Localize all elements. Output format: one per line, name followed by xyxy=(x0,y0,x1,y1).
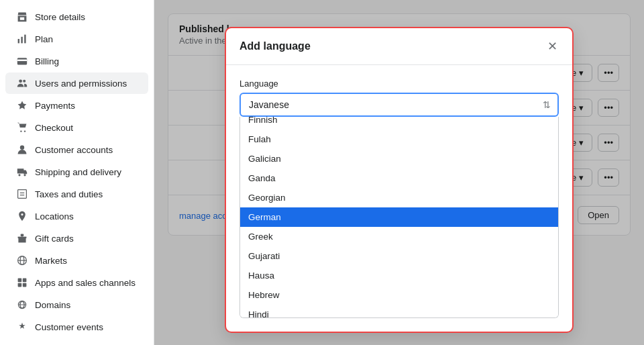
svg-rect-1 xyxy=(21,37,22,44)
svg-rect-20 xyxy=(18,279,22,283)
plan-icon xyxy=(16,33,28,45)
sidebar-item-checkout[interactable]: Checkout xyxy=(5,117,148,138)
taxes-icon xyxy=(16,188,28,200)
svg-rect-23 xyxy=(23,283,27,287)
locations-icon xyxy=(16,210,28,222)
sidebar-label-payments: Payments xyxy=(35,101,75,111)
svg-rect-2 xyxy=(24,35,25,44)
billing-icon xyxy=(16,55,28,67)
checkout-icon xyxy=(16,121,28,134)
svg-point-10 xyxy=(18,174,20,176)
sidebar-label-locations: Locations xyxy=(35,211,74,221)
svg-point-8 xyxy=(24,130,25,132)
dropdown-item[interactable]: Hindi xyxy=(240,305,558,318)
sidebar-label-checkout: Checkout xyxy=(35,123,73,133)
dropdown-item[interactable]: German xyxy=(240,207,558,227)
svg-rect-4 xyxy=(17,60,27,61)
sidebar-item-customer-accounts[interactable]: Customer accounts xyxy=(5,139,148,160)
sidebar-label-gift-cards: Gift cards xyxy=(35,234,74,244)
dropdown-item[interactable]: Ganda xyxy=(240,168,558,188)
modal-title: Add language xyxy=(239,40,311,52)
markets-icon xyxy=(16,254,28,266)
svg-rect-16 xyxy=(18,238,25,242)
sidebar-label-customer-accounts: Customer accounts xyxy=(35,145,113,155)
sidebar-item-markets[interactable]: Markets xyxy=(5,250,148,271)
dropdown-item[interactable]: Gujarati xyxy=(240,246,558,266)
sidebar-item-locations[interactable]: Locations xyxy=(5,205,148,227)
sidebar-label-billing: Billing xyxy=(35,56,59,66)
dropdown-item[interactable]: Galician xyxy=(240,149,558,168)
svg-rect-12 xyxy=(18,190,27,199)
svg-point-9 xyxy=(20,146,24,150)
dropdown-item[interactable]: Hebrew xyxy=(240,285,558,305)
users-icon xyxy=(16,77,28,89)
sidebar-item-shipping-delivery[interactable]: Shipping and delivery xyxy=(5,161,148,183)
sidebar-item-brand[interactable]: Brand xyxy=(5,338,148,345)
sidebar-item-billing[interactable]: Billing xyxy=(5,50,148,72)
dropdown-item[interactable]: Fulah xyxy=(240,130,558,149)
svg-point-7 xyxy=(20,130,21,132)
sidebar-label-shipping-delivery: Shipping and delivery xyxy=(35,167,121,177)
modal-overlay[interactable]: Add language ✕ Language Javanese ⇅ Finni… xyxy=(154,0,644,345)
svg-point-6 xyxy=(23,80,25,83)
modal-close-button[interactable]: ✕ xyxy=(546,39,559,54)
add-language-modal: Add language ✕ Language Javanese ⇅ Finni… xyxy=(225,27,574,333)
events-icon xyxy=(16,321,28,333)
sidebar-item-domains[interactable]: Domains xyxy=(5,294,148,315)
svg-point-11 xyxy=(23,174,25,176)
modal-header: Add language ✕ xyxy=(226,28,572,65)
modal-body: Language Javanese ⇅ FinnishFulahGalician… xyxy=(226,65,572,332)
sidebar-label-taxes-duties: Taxes and duties xyxy=(35,189,103,199)
sidebar-label-domains: Domains xyxy=(35,300,70,310)
language-dropdown-list[interactable]: FinnishFulahGalicianGandaGeorgianGermanG… xyxy=(239,117,559,318)
svg-rect-3 xyxy=(17,58,27,64)
customer-accounts-icon xyxy=(16,144,28,156)
dropdown-item[interactable]: Hausa xyxy=(240,266,558,285)
shipping-icon xyxy=(16,166,28,178)
sidebar: Store details Plan Billing Users and per… xyxy=(0,0,154,345)
dropdown-item[interactable]: Finnish xyxy=(240,117,558,130)
svg-point-5 xyxy=(19,79,22,83)
svg-rect-22 xyxy=(18,283,22,287)
apps-icon xyxy=(16,277,28,289)
sidebar-item-plan[interactable]: Plan xyxy=(5,28,148,50)
sidebar-label-customer-events: Customer events xyxy=(35,322,103,332)
domains-icon xyxy=(16,299,28,311)
sidebar-label-users-permissions: Users and permissions xyxy=(35,79,127,89)
sidebar-item-store-details[interactable]: Store details xyxy=(5,6,148,28)
gift-icon xyxy=(16,232,28,244)
sidebar-label-apps-sales: Apps and sales channels xyxy=(35,278,136,288)
language-select-wrapper[interactable]: Javanese ⇅ xyxy=(239,93,559,117)
sidebar-item-gift-cards[interactable]: Gift cards xyxy=(5,228,148,249)
language-select-display[interactable]: Javanese xyxy=(241,94,557,115)
language-field-label: Language xyxy=(239,79,559,89)
dropdown-item[interactable]: Georgian xyxy=(240,188,558,207)
sidebar-label-markets: Markets xyxy=(35,256,67,266)
main-content: Published languages Active in the market… xyxy=(154,0,644,345)
store-icon xyxy=(16,11,28,23)
payments-icon xyxy=(16,99,28,111)
sidebar-item-payments[interactable]: Payments xyxy=(5,95,148,116)
sidebar-item-customer-events[interactable]: Customer events xyxy=(5,316,148,338)
svg-rect-21 xyxy=(23,279,27,283)
sidebar-label-plan: Plan xyxy=(35,34,53,44)
svg-rect-15 xyxy=(18,237,27,238)
sidebar-item-apps-sales[interactable]: Apps and sales channels xyxy=(5,272,148,293)
sidebar-label-store-details: Store details xyxy=(35,12,85,22)
sidebar-item-taxes-duties[interactable]: Taxes and duties xyxy=(5,183,148,205)
svg-rect-0 xyxy=(18,39,19,43)
sidebar-item-users-permissions[interactable]: Users and permissions xyxy=(5,72,148,94)
dropdown-item[interactable]: Greek xyxy=(240,227,558,246)
